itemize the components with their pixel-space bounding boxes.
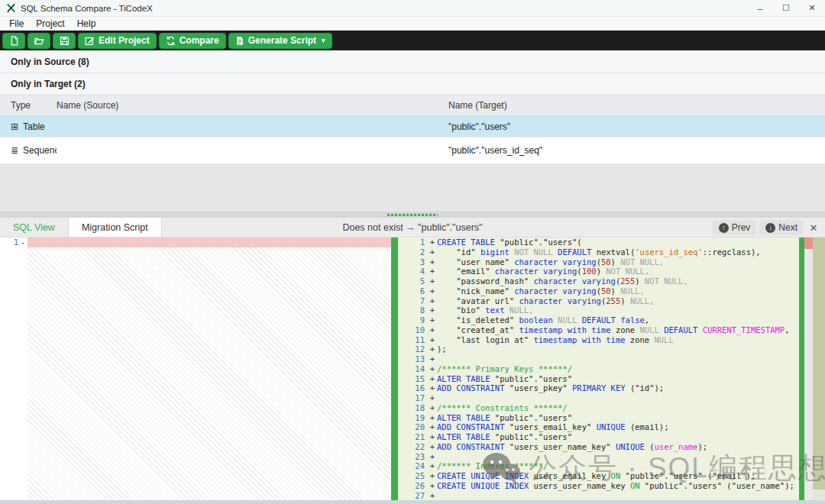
diff-sign: + bbox=[428, 325, 437, 335]
diff-sign: + bbox=[428, 471, 437, 481]
table-icon: ⊞ bbox=[11, 121, 18, 132]
column-name-target[interactable]: Name (Target) bbox=[448, 100, 825, 111]
code-line: 22+ADD CONSTRAINT "users_user_name_key" … bbox=[398, 442, 799, 452]
menu-item-help[interactable]: Help bbox=[71, 18, 102, 29]
overview-ruler bbox=[813, 237, 825, 500]
code-line: 11+ "last_login_at" timestamp with time … bbox=[398, 335, 799, 345]
code-line: 16+ADD CONSTRAINT "users_pkey" PRIMARY K… bbox=[398, 383, 799, 393]
tab-sql-view[interactable]: SQL View bbox=[0, 218, 69, 237]
code-text: "id" bigint NOT NULL DEFAULT nextval('us… bbox=[437, 247, 799, 257]
chevron-down-icon: ▾ bbox=[322, 37, 325, 44]
code-text: ALTER TABLE "public"."users" bbox=[437, 413, 799, 423]
code-line: 23+ bbox=[398, 452, 799, 462]
code-line: 6+ "nick_name" character varying(50) NUL… bbox=[398, 286, 799, 296]
table-row[interactable]: ⊞Table"public"."users" bbox=[0, 116, 825, 137]
row-type-label: Sequence bbox=[23, 145, 57, 156]
line-number: 20 bbox=[398, 422, 428, 432]
menu-item-project[interactable]: Project bbox=[30, 18, 70, 29]
panel-splitter[interactable] bbox=[0, 212, 825, 218]
line-number: 6 bbox=[398, 286, 428, 296]
row-name-target: "public"."users_id_seq" bbox=[448, 145, 825, 156]
bottom-panel-tabbar: SQL View Migration Script Does not exist… bbox=[0, 218, 825, 237]
line-number: 11 bbox=[398, 335, 428, 345]
line-number: 17 bbox=[398, 393, 428, 403]
code-line: 8+ "bio" text NULL, bbox=[398, 305, 799, 315]
edit-icon bbox=[85, 36, 95, 46]
code-line: 9+ "is_deleted" boolean NULL DEFAULT fal… bbox=[398, 315, 799, 325]
diff-sign: + bbox=[428, 413, 437, 423]
menu-bar: FileProjectHelp bbox=[0, 17, 825, 31]
line-number: 15 bbox=[398, 374, 428, 384]
next-label: Next bbox=[778, 222, 798, 233]
prev-diff-button[interactable]: ↑ Prev bbox=[713, 220, 757, 235]
open-project-button[interactable] bbox=[28, 33, 50, 49]
diff-sign: + bbox=[428, 374, 437, 384]
window-title: SQL Schema Compare - TiCodeX bbox=[21, 4, 153, 13]
section-label: Only in Source (8) bbox=[11, 57, 89, 67]
window-controls: – ☐ ✕ bbox=[747, 0, 825, 16]
section-only-in-target[interactable]: Only in Target (2) bbox=[0, 73, 825, 95]
code-text: "avatar_url" character varying(255) NULL… bbox=[437, 296, 799, 306]
code-text: ADD CONSTRAINT "users_email_key" UNIQUE … bbox=[437, 422, 799, 432]
line-number: 3 bbox=[398, 257, 428, 267]
line-number: 2 bbox=[398, 247, 428, 257]
diff-sign: + bbox=[428, 354, 437, 364]
new-file-icon bbox=[9, 36, 19, 46]
script-icon bbox=[235, 36, 244, 46]
compare-table-body: ⊞Table"public"."users"≣Sequence"public".… bbox=[0, 116, 825, 164]
column-name-source[interactable]: Name (Source) bbox=[57, 100, 448, 111]
tab-migration-script[interactable]: Migration Script bbox=[69, 218, 162, 237]
minimize-button[interactable]: – bbox=[747, 0, 773, 16]
diff-editor: 1 - 1+CREATE TABLE "public"."users"(2+ "… bbox=[0, 237, 825, 500]
diff-sign: + bbox=[428, 452, 437, 462]
compare-button[interactable]: Compare bbox=[159, 33, 226, 49]
diff-left-pane[interactable]: 1 - bbox=[0, 237, 391, 500]
splitter-grip-icon bbox=[387, 214, 438, 216]
vertical-scrollbar[interactable] bbox=[804, 237, 813, 500]
generate-script-label: Generate Script bbox=[248, 35, 316, 46]
save-project-button[interactable] bbox=[53, 33, 76, 49]
close-button[interactable]: ✕ bbox=[799, 0, 825, 16]
code-line: 10+ "created_at" timestamp with time zon… bbox=[398, 325, 799, 335]
code-text: /****** Indexes ******/ bbox=[437, 461, 799, 471]
section-only-in-source[interactable]: Only in Source (8) bbox=[0, 50, 825, 73]
diff-sign: + bbox=[428, 403, 437, 413]
diff-nav: ↑ Prev ↓ Next ✕ bbox=[713, 220, 820, 235]
code-line: 21+ALTER TABLE "public"."users" bbox=[398, 432, 799, 442]
next-diff-button[interactable]: ↓ Next bbox=[759, 220, 804, 235]
close-panel-button[interactable]: ✕ bbox=[807, 222, 820, 234]
code-text: "bio" text NULL, bbox=[437, 305, 799, 315]
code-line: 27+ bbox=[398, 491, 799, 501]
diff-sign: + bbox=[428, 383, 437, 393]
sequence-icon: ≣ bbox=[11, 145, 18, 156]
code-text bbox=[437, 491, 799, 501]
menu-item-file[interactable]: File bbox=[3, 18, 30, 29]
code-text: ALTER TABLE "public"."users" bbox=[437, 432, 799, 442]
diff-sign: + bbox=[428, 364, 437, 374]
column-type[interactable]: Type bbox=[0, 100, 57, 111]
generate-script-button[interactable]: Generate Script ▾ bbox=[228, 33, 332, 49]
new-project-button[interactable] bbox=[2, 33, 25, 49]
code-line: 25+CREATE UNIQUE INDEX users_email_key O… bbox=[398, 471, 799, 481]
code-text: "is_deleted" boolean NULL DEFAULT false, bbox=[437, 315, 799, 325]
code-text: ); bbox=[437, 344, 799, 354]
code-line: 19+ALTER TABLE "public"."users" bbox=[398, 413, 799, 423]
diff-right-pane[interactable]: 1+CREATE TABLE "public"."users"(2+ "id" … bbox=[398, 237, 799, 500]
horizontal-scrollbar[interactable] bbox=[0, 500, 825, 504]
empty-region-hatch bbox=[28, 247, 391, 500]
table-row[interactable]: ≣Sequence"public"."users_id_seq" bbox=[0, 137, 825, 164]
maximize-button[interactable]: ☐ bbox=[773, 0, 799, 16]
open-folder-icon bbox=[34, 36, 44, 46]
line-number: 1 bbox=[0, 237, 18, 247]
code-text: ALTER TABLE "public"."users" bbox=[437, 374, 799, 384]
row-type-label: Table bbox=[23, 121, 45, 132]
code-text: ADD CONSTRAINT "users_user_name_key" UNI… bbox=[437, 442, 799, 452]
code-text: "user_name" character varying(50) NOT NU… bbox=[437, 257, 799, 267]
line-number: 25 bbox=[398, 471, 428, 481]
code-text: CREATE TABLE "public"."users"( bbox=[437, 237, 799, 247]
removed-overview-mark bbox=[804, 237, 813, 249]
diff-sign: + bbox=[428, 335, 437, 345]
diff-sign: + bbox=[428, 481, 437, 491]
edit-project-button[interactable]: Edit Project bbox=[78, 33, 157, 49]
code-text: ADD CONSTRAINT "users_pkey" PRIMARY KEY … bbox=[437, 383, 799, 393]
